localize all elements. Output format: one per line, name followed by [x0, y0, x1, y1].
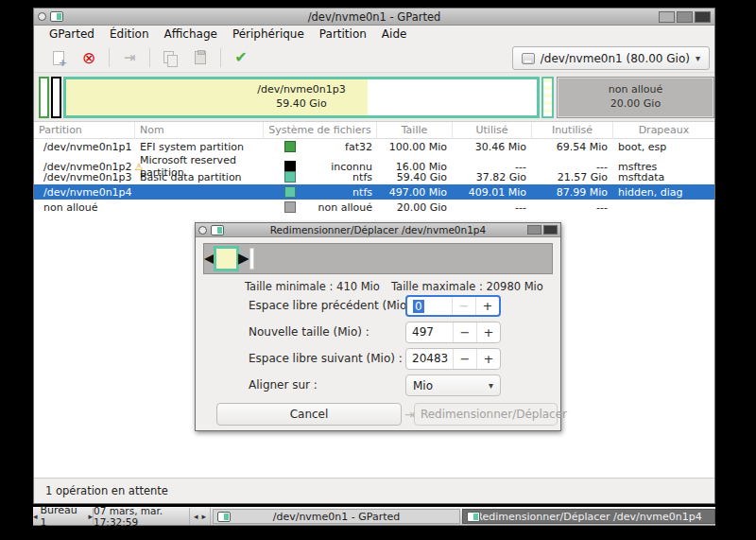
cell-size: 100.00 Mio: [377, 141, 453, 153]
partition-block-p2[interactable]: [51, 77, 61, 118]
taskbar-item-gparted[interactable]: /dev/nvme0n1 - GParted: [213, 509, 460, 524]
col-name[interactable]: Nom: [135, 122, 264, 139]
col-unused[interactable]: Inutilisé: [532, 122, 613, 139]
col-used[interactable]: Utilisé: [453, 122, 532, 139]
maximize-button[interactable]: [527, 225, 541, 235]
device-selector[interactable]: /dev/nvme0n1 (80.00 Gio) ▾: [512, 46, 710, 70]
paste-button[interactable]: [185, 45, 215, 70]
pager-left-icon[interactable]: ◂: [33, 512, 38, 521]
toolbar-separator: [109, 48, 110, 67]
spinner-value[interactable]: 0: [413, 300, 424, 313]
resize-move-dialog: Redimensionner/Déplacer /dev/nvme0n1p4 ◀…: [195, 222, 561, 431]
window-title: /dev/nvme0n1 - GParted: [34, 10, 714, 24]
device-selector-label: /dev/nvme0n1 (80.00 Gio): [541, 52, 690, 65]
cell-size: 20.00 Gio: [377, 201, 453, 214]
plus-icon: +: [59, 57, 67, 69]
pager-right-icon[interactable]: ▸: [88, 512, 93, 521]
menu-peripherique[interactable]: Périphérique: [225, 26, 312, 44]
cell-used: 30.46 Mio: [453, 141, 532, 153]
plus-button[interactable]: +: [475, 297, 499, 315]
window-titlebar[interactable]: /dev/nvme0n1 - GParted: [34, 9, 714, 26]
gparted-app-icon: [217, 512, 231, 522]
workspace-pager[interactable]: ◂ Bureau 1 ▸: [33, 508, 94, 525]
toolbar: + ⊗ ⇥ ✔ /dev/nvme0n1 (80.00: [34, 44, 714, 73]
apply-checkmark-icon: ✔: [234, 50, 247, 65]
partition-block-p3[interactable]: /dev/nvme0n1p3 59.40 Gio: [63, 77, 540, 118]
resize-slider-track[interactable]: ◀ ▶: [203, 243, 553, 274]
resize-move-icon: ⇥: [124, 51, 136, 65]
free-space-following-spinner[interactable]: 20483 − +: [405, 348, 501, 370]
cell-flags: msftdata: [613, 171, 714, 183]
toolbar-separator: [220, 48, 221, 67]
maximize-button[interactable]: [677, 11, 693, 23]
partition-block-p4-selected[interactable]: [541, 77, 554, 118]
resize-partition-block[interactable]: [214, 246, 239, 271]
minus-button[interactable]: −: [453, 322, 476, 342]
partition-block-label: /dev/nvme0n1p3: [257, 83, 346, 97]
partition-block-size: 59.40 Gio: [276, 97, 326, 112]
taskbar-nav[interactable]: ◂ ▸: [190, 508, 211, 525]
cell-fs: ntfs: [296, 186, 377, 199]
nav-right-icon[interactable]: ▸: [202, 512, 207, 521]
col-partition[interactable]: Partition: [34, 122, 135, 139]
menu-edition[interactable]: Édition: [102, 26, 157, 44]
plus-button[interactable]: +: [476, 322, 500, 342]
new-partition-button[interactable]: +: [43, 45, 74, 70]
fs-color-swatch: [284, 186, 296, 198]
spinner-value[interactable]: 497: [406, 322, 453, 342]
resize-right-handle[interactable]: ▶: [238, 247, 249, 270]
paste-icon: [195, 51, 206, 64]
spinner-value[interactable]: 20483: [406, 349, 453, 369]
menu-aide[interactable]: Aide: [374, 26, 415, 44]
table-row[interactable]: /dev/nvme0n1p2⚠ Microsoft reserved parti…: [34, 154, 714, 169]
dialog-titlebar[interactable]: Redimensionner/Déplacer /dev/nvme0n1p4: [196, 223, 560, 237]
close-button[interactable]: [543, 225, 558, 235]
toolbar-separator: [149, 48, 150, 67]
apply-operations-button[interactable]: ✔: [226, 45, 256, 70]
menu-bar: GParted Édition Affichage Périphérique P…: [34, 26, 714, 44]
free-space-preceding-label: Espace libre précédent (Mio) :: [249, 299, 419, 312]
cell-fs: ntfs: [296, 171, 377, 183]
dialog-buttons: Cancel ⇥ Redimensionner/Déplacer: [196, 403, 560, 426]
copy-button[interactable]: [155, 45, 185, 70]
align-to-label: Aligner sur :: [249, 378, 318, 392]
menu-gparted[interactable]: GParted: [42, 26, 102, 44]
col-flags[interactable]: Drapeaux: [613, 122, 714, 139]
cancel-button[interactable]: Cancel: [216, 403, 402, 426]
col-size[interactable]: Taille: [377, 122, 453, 139]
gparted-app-icon: [467, 512, 480, 522]
min-size-label: Taille minimale : 410 Mio: [245, 280, 380, 293]
unallocated-block[interactable]: non alloué 20.00 Gio: [557, 77, 714, 118]
col-filesystem[interactable]: Système de fichiers: [264, 122, 377, 139]
cell-partition: /dev/nvme0n1p3: [34, 171, 135, 183]
new-size-spinner[interactable]: 497 − +: [405, 322, 501, 343]
taskbar-item-label: /dev/nvme0n1 - GParted: [273, 511, 401, 523]
resize-move-icon: ⇥: [404, 409, 415, 421]
table-row[interactable]: non alloué non alloué 20.00 Gio --- ---: [34, 200, 714, 215]
minimize-button[interactable]: [659, 11, 675, 23]
cell-partition: non alloué: [34, 201, 135, 214]
nav-left-icon[interactable]: ◂: [194, 512, 198, 521]
menu-partition[interactable]: Partition: [312, 26, 374, 44]
plus-button[interactable]: +: [476, 349, 500, 369]
chevron-down-icon: ▾: [489, 380, 493, 391]
table-row[interactable]: /dev/nvme0n1p3 Basic data partition ntfs…: [34, 169, 714, 184]
resize-free-sliver: [249, 248, 254, 270]
partition-block-p1[interactable]: [39, 77, 49, 118]
minus-button[interactable]: −: [452, 297, 475, 315]
cell-unused: ---: [532, 201, 613, 214]
resize-move-button[interactable]: ⇥: [114, 45, 145, 70]
close-button[interactable]: [695, 11, 711, 23]
minus-button[interactable]: −: [453, 349, 476, 369]
pending-operations-text: 1 opération en attente: [45, 484, 168, 497]
taskbar-item-resize-dialog[interactable]: Redimensionner/Déplacer /dev/nvme0n1p4: [462, 509, 715, 524]
align-to-dropdown[interactable]: Mio ▾: [405, 375, 501, 396]
delete-partition-button[interactable]: ⊗: [74, 45, 104, 70]
free-space-preceding-spinner[interactable]: 0 − +: [405, 295, 501, 317]
size-limits: Taille minimale : 410 Mio Taille maximal…: [196, 280, 560, 293]
table-row-selected[interactable]: /dev/nvme0n1p4 ntfs 497.00 Mio 409.01 Mi…: [34, 184, 714, 200]
menu-affichage[interactable]: Affichage: [157, 26, 225, 44]
resize-move-confirm-button[interactable]: ⇥ Redimensionner/Déplacer: [414, 403, 558, 426]
cell-fs: fat32: [296, 141, 377, 153]
table-row[interactable]: /dev/nvme0n1p1 EFI system partition fat3…: [34, 139, 714, 154]
